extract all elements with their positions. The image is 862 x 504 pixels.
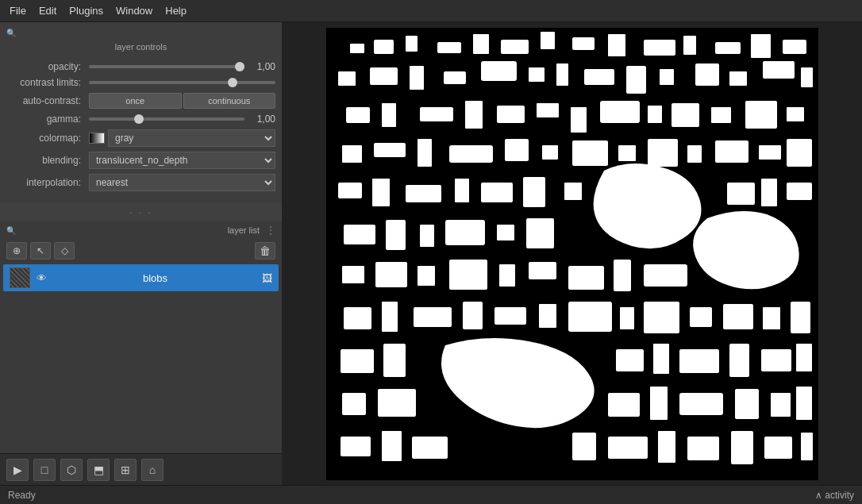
- svg-rect-57: [406, 185, 441, 202]
- svg-rect-115: [687, 437, 719, 460]
- layer-item-blobs[interactable]: 👁 blobs 🖼: [3, 264, 279, 291]
- layer-thumbnail: [10, 267, 30, 288]
- gamma-slider-container[interactable]: [89, 117, 244, 121]
- layer-list-menu-icon[interactable]: ⋮: [266, 225, 275, 236]
- menu-edit[interactable]: Edit: [33, 2, 63, 19]
- svg-rect-101: [342, 393, 366, 415]
- contrast-slider-container[interactable]: [89, 81, 275, 84]
- bottom-toolbar: ▶ □ ⬡ ⬒ ⊞ ⌂: [0, 453, 282, 485]
- 3d-button[interactable]: ⬡: [60, 459, 83, 481]
- svg-rect-55: [338, 183, 362, 198]
- opacity-row: opacity: 1,00: [6, 61, 275, 72]
- svg-rect-60: [523, 177, 545, 207]
- layer-visibility-toggle[interactable]: 👁: [35, 272, 48, 284]
- svg-rect-102: [378, 389, 416, 417]
- svg-rect-34: [537, 103, 559, 117]
- svg-rect-74: [449, 260, 487, 290]
- svg-rect-36: [600, 101, 640, 123]
- menubar: File Edit Plugins Window Help: [0, 0, 862, 22]
- svg-rect-96: [653, 344, 669, 374]
- canvas-area: [282, 22, 862, 485]
- window-button[interactable]: □: [33, 459, 56, 481]
- svg-rect-11: [683, 36, 696, 55]
- blending-dropdown[interactable]: translucent_no_depth: [89, 152, 275, 169]
- console-button[interactable]: ▶: [6, 459, 29, 481]
- svg-rect-99: [761, 349, 791, 371]
- layer-list-section: 🔍 layer list ⋮ ⊕ ↖ ◇ 🗑 👁 blobs 🖼: [0, 221, 282, 453]
- svg-rect-67: [420, 225, 434, 247]
- svg-rect-76: [529, 262, 556, 279]
- points-tool-button[interactable]: ⊕: [6, 242, 27, 260]
- svg-rect-116: [731, 431, 753, 464]
- colormap-label: colormap:: [6, 133, 86, 144]
- svg-rect-54: [787, 139, 812, 167]
- labels-tool-button[interactable]: ◇: [54, 242, 75, 260]
- gamma-slider[interactable]: [89, 117, 244, 121]
- auto-contrast-continuous-button[interactable]: continuous: [183, 93, 276, 109]
- svg-rect-86: [568, 302, 612, 332]
- svg-rect-65: [344, 225, 375, 244]
- svg-rect-51: [687, 145, 702, 163]
- svg-rect-62: [727, 183, 755, 205]
- opacity-slider[interactable]: [89, 65, 244, 68]
- opacity-slider-container[interactable]: [89, 65, 244, 68]
- colormap-selector[interactable]: gray: [89, 129, 275, 147]
- svg-rect-91: [763, 307, 780, 329]
- svg-rect-87: [620, 307, 634, 329]
- colormap-select[interactable]: gray: [108, 129, 275, 147]
- contrast-label: contrast limits:: [6, 77, 86, 88]
- svg-rect-95: [616, 349, 644, 371]
- svg-rect-48: [572, 140, 608, 166]
- svg-rect-112: [572, 433, 596, 460]
- menu-plugins[interactable]: Plugins: [63, 2, 110, 19]
- shapes-tool-button[interactable]: ↖: [30, 242, 51, 260]
- svg-rect-25: [695, 63, 719, 86]
- menu-window[interactable]: Window: [110, 2, 159, 19]
- svg-rect-117: [764, 437, 792, 459]
- svg-rect-70: [526, 218, 554, 248]
- svg-rect-56: [372, 179, 390, 206]
- menu-file[interactable]: File: [3, 2, 33, 19]
- contrast-row: contrast limits:: [6, 77, 275, 88]
- auto-contrast-once-button[interactable]: once: [89, 93, 182, 109]
- layer-controls-panel: 🔍 layer controls opacity: 1,00 contrast …: [0, 22, 282, 202]
- delete-layer-button[interactable]: 🗑: [255, 242, 275, 260]
- layer-type-icon: 🖼: [262, 272, 272, 284]
- divider: · · ·: [0, 202, 282, 221]
- svg-rect-72: [375, 262, 407, 287]
- svg-rect-39: [711, 107, 731, 123]
- svg-rect-81: [382, 302, 398, 332]
- svg-rect-37: [648, 106, 662, 123]
- blending-select[interactable]: translucent_no_depth: [89, 152, 275, 169]
- svg-rect-5: [473, 34, 489, 54]
- svg-rect-71: [342, 266, 364, 283]
- svg-rect-33: [497, 106, 525, 123]
- svg-rect-26: [729, 71, 747, 86]
- svg-rect-23: [626, 66, 646, 94]
- split-button[interactable]: ⬒: [87, 459, 110, 481]
- svg-rect-106: [735, 389, 759, 419]
- contrast-slider[interactable]: [89, 81, 275, 84]
- svg-rect-89: [690, 307, 712, 327]
- svg-rect-2: [374, 40, 394, 54]
- svg-rect-21: [556, 63, 568, 86]
- svg-rect-41: [787, 107, 804, 121]
- interpolation-dropdown[interactable]: nearest: [89, 174, 275, 191]
- grid-button[interactable]: ⊞: [114, 459, 137, 481]
- svg-rect-28: [801, 67, 813, 87]
- svg-rect-30: [382, 103, 396, 127]
- svg-rect-103: [608, 393, 640, 417]
- svg-rect-93: [341, 349, 374, 373]
- svg-rect-35: [571, 107, 587, 133]
- svg-rect-77: [568, 266, 604, 290]
- menu-help[interactable]: Help: [159, 2, 193, 19]
- auto-contrast-label: auto-contrast:: [6, 95, 86, 106]
- home-button[interactable]: ⌂: [141, 459, 164, 481]
- interpolation-label: interpolation:: [6, 177, 86, 188]
- statusbar: Ready ∧ activity: [0, 485, 862, 504]
- search-icon-small: 🔍: [6, 226, 16, 235]
- interpolation-select[interactable]: nearest: [89, 174, 275, 191]
- svg-rect-109: [341, 437, 371, 456]
- activity-button[interactable]: ∧ activity: [815, 490, 854, 501]
- svg-rect-32: [465, 101, 483, 129]
